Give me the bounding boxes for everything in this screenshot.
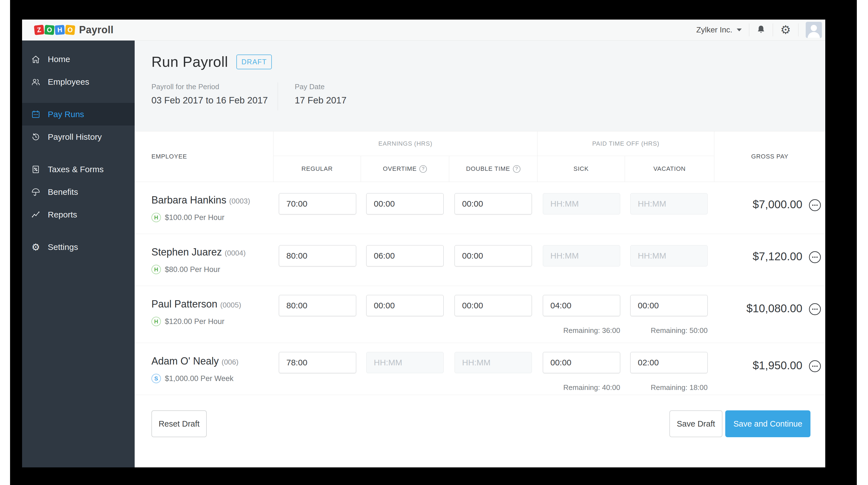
regular-hours-input[interactable]	[279, 352, 356, 373]
pay-date-value: 17 Feb 2017	[295, 95, 346, 106]
sidebar-item-label: Employees	[48, 77, 89, 87]
sidebar-item-employees[interactable]: Employees	[22, 70, 135, 93]
column-header-vacation: VACATION	[625, 156, 714, 182]
pay-runs-calendar-icon	[31, 110, 40, 119]
employee-rate: $80.00 Per Hour	[165, 265, 220, 274]
save-and-continue-button[interactable]: Save and Continue	[725, 410, 810, 437]
sidebar-item-label: Benefits	[48, 187, 78, 197]
more-options-icon[interactable]	[808, 303, 822, 317]
sidebar-item-payroll-history[interactable]: Payroll History	[22, 125, 135, 148]
double-time-hours-input[interactable]	[455, 245, 532, 266]
overtime-hours-input[interactable]	[366, 295, 444, 316]
help-question-icon[interactable]: ?	[513, 165, 521, 173]
sidebar-item-label: Home	[48, 55, 70, 64]
table-row: Stephen Juarez(0004) H$80.00 Per Hour $7…	[135, 234, 825, 286]
payroll-history-clock-icon	[31, 132, 40, 142]
hourly-pay-badge: H	[151, 317, 161, 326]
topbar: Z O H O Payroll Zylker Inc. ⚙	[22, 20, 825, 40]
org-switcher[interactable]: Zylker Inc.	[696, 25, 732, 34]
column-header-sick: SICK	[537, 156, 625, 182]
payroll-period: Payroll for the Period 03 Feb 2017 to 16…	[151, 83, 278, 110]
notifications-bell-icon[interactable]	[756, 25, 766, 35]
reset-draft-button[interactable]: Reset Draft	[151, 410, 207, 437]
topbar-right: Zylker Inc. ⚙	[696, 22, 822, 38]
regular-hours-input[interactable]	[279, 245, 356, 266]
more-options-icon[interactable]	[808, 360, 822, 374]
table-row: Adam O' Nealy(006) S$1,000.00 Per Week R…	[135, 343, 825, 395]
page-title: Run Payroll	[151, 53, 228, 70]
gross-pay-cell: $1,950.00	[714, 343, 825, 395]
salary-pay-badge: S	[151, 374, 161, 383]
chevron-down-icon[interactable]	[737, 29, 742, 31]
vacation-remaining-label: Remaining: 50:00	[630, 326, 708, 335]
status-badge: DRAFT	[236, 55, 272, 69]
regular-hours-input[interactable]	[279, 193, 356, 215]
user-avatar[interactable]	[806, 22, 822, 38]
more-options-icon[interactable]	[808, 251, 822, 265]
double-time-hours-input[interactable]	[455, 193, 532, 215]
sidebar-item-home[interactable]: Home	[22, 48, 135, 70]
hourly-pay-badge: H	[151, 265, 161, 274]
employee-cell: Barbara Hankins(0003) H$100.00 Per Hour	[135, 182, 273, 234]
regular-hours-input[interactable]	[279, 295, 356, 316]
home-icon	[31, 55, 40, 64]
sidebar-gap	[22, 226, 135, 236]
save-draft-button[interactable]: Save Draft	[670, 410, 722, 437]
overtime-hours-input[interactable]	[366, 193, 444, 215]
divider	[749, 24, 749, 36]
column-header-double-time-label: DOUBLE TIME	[466, 165, 510, 172]
sidebar-item-label: Taxes & Forms	[48, 165, 104, 174]
sidebar-item-settings[interactable]: ⚙ Settings	[22, 236, 135, 258]
sidebar-gap	[22, 93, 135, 103]
overtime-hours-input[interactable]	[366, 245, 444, 266]
settings-gear-icon: ⚙	[31, 242, 40, 252]
settings-gear-icon[interactable]: ⚙	[780, 24, 791, 36]
divider	[278, 83, 278, 110]
sick-hours-input[interactable]	[543, 295, 620, 316]
gross-pay-value: $1,950.00	[753, 359, 802, 372]
sick-hours-input[interactable]	[543, 352, 620, 373]
zoho-payroll-logo: Z O H O Payroll	[34, 24, 114, 36]
reports-chart-icon	[31, 210, 40, 220]
employee-name: Stephen Juarez	[151, 246, 222, 258]
table-row: Barbara Hankins(0003) H$100.00 Per Hour …	[135, 182, 825, 234]
double-time-hours-input	[455, 352, 532, 373]
double-time-hours-input[interactable]	[455, 295, 532, 316]
payroll-period-value: 03 Feb 2017 to 16 Feb 2017	[151, 95, 278, 106]
pay-date-label: Pay Date	[295, 83, 346, 91]
payroll-table-header: EMPLOYEE EARNINGS (HRS) PAID TIME OFF (H…	[135, 132, 825, 182]
employee-cell: Adam O' Nealy(006) S$1,000.00 Per Week	[135, 343, 273, 395]
column-header-overtime-label: OVERTIME	[383, 165, 417, 172]
gross-pay-value: $10,080.00	[746, 302, 802, 315]
vacation-hours-input	[630, 193, 708, 215]
sick-remaining-label: Remaining: 36:00	[543, 326, 620, 335]
column-header-gross-pay: GROSS PAY	[714, 132, 825, 182]
logo-tile-o1: O	[44, 25, 55, 35]
benefits-umbrella-icon	[31, 187, 40, 197]
app-window: Z O H O Payroll Zylker Inc. ⚙	[22, 20, 825, 467]
gross-pay-value: $7,120.00	[753, 250, 802, 263]
employee-cell: Paul Patterson(0005) H$120.00 Per Hour	[135, 286, 273, 343]
more-options-icon[interactable]	[808, 199, 822, 213]
sidebar-item-benefits[interactable]: Benefits	[22, 180, 135, 203]
vacation-hours-input[interactable]	[630, 295, 708, 316]
column-header-overtime: OVERTIME ?	[361, 156, 449, 182]
employee-name: Adam O' Nealy	[151, 355, 219, 367]
employee-code: (0003)	[229, 197, 250, 205]
help-question-icon[interactable]: ?	[419, 165, 427, 173]
vacation-hours-input[interactable]	[630, 352, 708, 373]
vacation-remaining-label: Remaining: 18:00	[630, 383, 708, 392]
logo-tile-o2: O	[65, 25, 75, 35]
overtime-hours-input	[366, 352, 444, 373]
sidebar-item-label: Pay Runs	[48, 110, 84, 119]
logo-tile-z: Z	[34, 25, 44, 35]
sidebar-item-taxes-forms[interactable]: Taxes & Forms	[22, 158, 135, 180]
sick-remaining-label: Remaining: 40:00	[543, 383, 620, 392]
taxes-forms-document-icon	[31, 165, 40, 174]
sidebar-item-label: Reports	[48, 210, 77, 220]
sidebar-item-pay-runs[interactable]: Pay Runs	[22, 103, 135, 125]
employee-rate: $120.00 Per Hour	[165, 317, 224, 326]
logo-product-name: Payroll	[79, 24, 114, 36]
sidebar-item-reports[interactable]: Reports	[22, 203, 135, 226]
employee-code: (006)	[221, 358, 239, 366]
